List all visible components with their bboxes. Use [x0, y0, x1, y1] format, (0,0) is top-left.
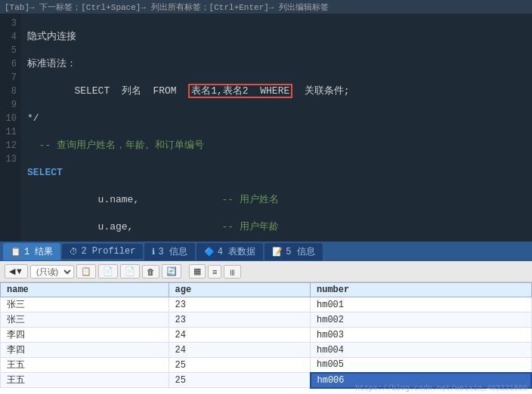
editor-area: [Tab]→ 下一标签；[Ctrl+Space]→ 列出所有标签；[Ctrl+E… [0, 0, 532, 242]
cell-number: hm002 [311, 312, 531, 328]
results-wrapper: name age number 张三 23 hm001 张三 23 hm002 … [0, 282, 532, 394]
cell-number: hm001 [311, 297, 531, 312]
table-row[interactable]: 王五 25 hm006 [1, 373, 532, 388]
results-icon: 📋 [11, 247, 21, 257]
table-row[interactable]: 王五 25 hm005 [1, 358, 532, 373]
toolbar-btn-delete[interactable]: 🗑 [142, 265, 159, 279]
tab-info[interactable]: ℹ 3 信息 [144, 243, 194, 260]
readonly-select[interactable]: (只读) [30, 265, 74, 279]
cell-number: hm005 [311, 358, 531, 373]
toolbar-btn-copy2[interactable]: 📄 [120, 264, 140, 279]
tab-tabledata[interactable]: 🔷 4 表数据 [196, 243, 263, 260]
col-header-age: age [169, 283, 311, 297]
cell-number: hm003 [311, 328, 531, 343]
cell-name: 王五 [1, 373, 169, 388]
tabledata-icon: 🔷 [204, 247, 215, 257]
tab-results[interactable]: 📋 1 结果 [3, 243, 60, 260]
cell-age: 24 [169, 343, 311, 358]
cell-number: hm004 [311, 343, 531, 358]
toolbar-btn-refresh[interactable]: 🔄 [162, 264, 181, 279]
table-row[interactable]: 张三 23 hm001 [1, 297, 532, 312]
toolbar: ◀▼ (只读) 📋 📄 📄 🗑 🔄 ▦ ≡ ⫼ [0, 261, 532, 282]
toolbar-btn-list[interactable]: ≡ [208, 265, 221, 279]
col-header-name: name [1, 283, 169, 297]
cell-name: 李四 [1, 343, 169, 358]
cell-name: 王五 [1, 358, 169, 373]
cell-age: 23 [169, 312, 311, 328]
cell-name: 张三 [1, 297, 169, 312]
code-content[interactable]: 隐式内连接 标准语法： SELECT 列名 FROM 表名1,表名2 WHERE… [21, 14, 532, 242]
info-icon: ℹ [152, 247, 155, 257]
tabs-bar: 📋 1 结果 ⏱ 2 Profiler ℹ 3 信息 🔷 4 表数据 📝 5 信… [0, 242, 532, 261]
toolbar-btn-nav-prev[interactable]: ◀▼ [5, 264, 28, 279]
table-row[interactable]: 张三 23 hm002 [1, 312, 532, 328]
table-row[interactable]: 李四 24 hm003 [1, 328, 532, 343]
toolbar-btn-grid[interactable]: ▦ [189, 264, 206, 279]
toolbar-btn-copy[interactable]: 📄 [98, 264, 118, 279]
col-header-number: number [311, 283, 531, 297]
cell-name: 张三 [1, 312, 169, 328]
hint-bar: [Tab]→ 下一标签；[Ctrl+Space]→ 列出所有标签；[Ctrl+E… [0, 0, 532, 14]
line-numbers: 3 4 5 6 7 8 9 10 11 12 13 [0, 14, 21, 242]
cell-number: hm006 [311, 373, 531, 388]
cell-age: 25 [169, 358, 311, 373]
toolbar-btn-columns[interactable]: ⫼ [224, 265, 241, 279]
tab-profiler[interactable]: ⏱ 2 Profiler [62, 244, 143, 259]
toolbar-btn-copy-csv[interactable]: 📋 [76, 264, 96, 279]
profiler-icon: ⏱ [70, 247, 78, 257]
cell-name: 李四 [1, 328, 169, 343]
cell-age: 23 [169, 297, 311, 312]
cell-age: 25 [169, 373, 311, 388]
tab-info2[interactable]: 📝 5 信息 [264, 243, 322, 260]
results-area[interactable]: name age number 张三 23 hm001 张三 23 hm002 … [0, 282, 532, 394]
cell-age: 24 [169, 328, 311, 343]
table-row[interactable]: 李四 24 hm004 [1, 343, 532, 358]
results-table: name age number 张三 23 hm001 张三 23 hm002 … [0, 282, 532, 389]
info2-icon: 📝 [272, 247, 283, 257]
